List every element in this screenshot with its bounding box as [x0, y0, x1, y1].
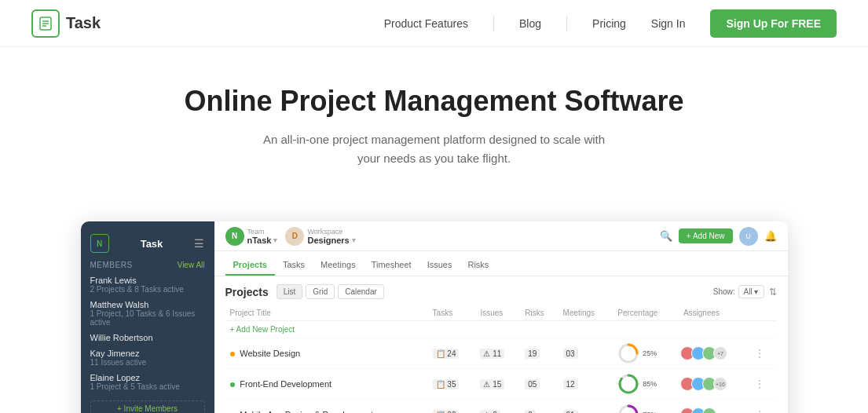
- add-project-label[interactable]: + Add New Project: [225, 321, 777, 338]
- member-name: Willie Robertson: [90, 333, 205, 342]
- task-count: 📋 24: [433, 349, 460, 359]
- row-menu-icon[interactable]: ⋮: [754, 378, 765, 390]
- issue-count: ⚠ 11: [480, 349, 504, 359]
- add-project-row[interactable]: + Add New Project: [225, 321, 777, 338]
- projects-header: Projects List Grid Calendar Show: All ▾ …: [225, 284, 777, 299]
- team-label: Team: [247, 228, 278, 236]
- member-name: Frank Lewis: [90, 276, 205, 285]
- view-list-button[interactable]: List: [277, 284, 303, 299]
- progress-ring: [617, 373, 639, 395]
- pct-text: 25%: [643, 349, 657, 357]
- project-name-cell[interactable]: Mobile App Design & Development: [225, 400, 428, 414]
- tab-projects[interactable]: Projects: [225, 255, 275, 276]
- meeting-count: 03: [563, 349, 578, 359]
- sort-icon[interactable]: ⇅: [769, 287, 777, 298]
- task-count: 📋 35: [433, 379, 460, 389]
- workspace-info: Workspace Designers ▾: [307, 228, 355, 245]
- search-icon[interactable]: 🔍: [660, 230, 672, 242]
- tab-issues[interactable]: Issues: [419, 255, 460, 276]
- workspace-selector[interactable]: D Workspace Designers ▾: [285, 227, 355, 246]
- actions-cell[interactable]: ⋮: [749, 400, 777, 414]
- view-all-link[interactable]: View All: [178, 261, 205, 269]
- table-row: Mobile App Design & Development 📋 30 ⚠ 0…: [225, 400, 777, 414]
- table-row: Website Design 📋 24 ⚠ 11 19 03: [225, 338, 777, 369]
- app-window: N Task ☰ MEMBERS View All Frank Lewis 2 …: [81, 221, 788, 413]
- app-sidebar: N Task ☰ MEMBERS View All Frank Lewis 2 …: [81, 221, 214, 413]
- view-grid-button[interactable]: Grid: [306, 284, 335, 299]
- table-row: Front-End Development 📋 35 ⚠ 15 05 12: [225, 369, 777, 400]
- tab-risks[interactable]: Risks: [460, 255, 496, 276]
- assignee-stack: [683, 408, 745, 413]
- avatar: [702, 408, 716, 413]
- team-name: nTask ▾: [247, 236, 278, 245]
- col-percentage: Percentage: [613, 305, 679, 321]
- tab-tasks[interactable]: Tasks: [275, 255, 313, 276]
- nav-cta-button[interactable]: Sign Up For FREE: [710, 9, 837, 38]
- col-assignees: Assignees: [679, 305, 749, 321]
- invite-members-button[interactable]: + Invite Members: [90, 400, 205, 413]
- nav-links: Product Features Blog Pricing Sign In Si…: [384, 9, 837, 38]
- member-item: Kay Jimenez 11 Issues active: [81, 345, 214, 370]
- project-name-cell[interactable]: Website Design: [225, 338, 428, 369]
- tab-timesheet[interactable]: Timesheet: [364, 255, 419, 276]
- assignees-cell: +7: [679, 338, 749, 369]
- add-new-button[interactable]: + Add New: [679, 228, 733, 243]
- projects-filter-row: Show: All ▾ ⇅: [713, 285, 777, 298]
- issues-cell: ⚠ 0: [475, 400, 520, 414]
- projects-title-row: Projects List Grid Calendar: [225, 284, 384, 299]
- navbar: Task Product Features Blog Pricing Sign …: [0, 0, 868, 47]
- tasks-cell: 📋 35: [428, 369, 476, 400]
- risk-count: 19: [525, 349, 540, 359]
- row-menu-icon[interactable]: ⋮: [754, 408, 765, 413]
- col-issues: Issues: [475, 305, 520, 321]
- nav-signin[interactable]: Sign In: [651, 17, 686, 30]
- col-project-title: Project Title: [225, 305, 428, 321]
- nav-pricing[interactable]: Pricing: [592, 17, 626, 30]
- meeting-count: 01: [563, 410, 578, 414]
- col-actions: [749, 305, 777, 321]
- progress-container: 25%: [617, 342, 674, 364]
- col-meetings: Meetings: [559, 305, 613, 321]
- app-tabs: Projects Tasks Meetings Timesheet Issues…: [214, 251, 788, 276]
- nav-blog[interactable]: Blog: [519, 17, 541, 30]
- team-selector[interactable]: N Team nTask ▾: [225, 227, 278, 246]
- view-buttons: List Grid Calendar: [277, 284, 384, 299]
- project-color-dot: [230, 352, 235, 356]
- tasks-cell: 📋 24: [428, 338, 476, 369]
- logo: Task: [31, 9, 101, 38]
- col-risks: Risks: [520, 305, 558, 321]
- chevron-down-icon-2: ▾: [352, 236, 356, 244]
- percentage-cell: 85%: [613, 369, 679, 400]
- progress-ring: [617, 342, 639, 364]
- progress-container: 85%: [617, 373, 674, 395]
- user-avatar[interactable]: U: [739, 227, 758, 246]
- tab-meetings[interactable]: Meetings: [313, 255, 364, 276]
- member-name: Matthew Walsh: [90, 300, 205, 309]
- actions-cell[interactable]: ⋮: [749, 369, 777, 400]
- member-name: Elaine Lopez: [90, 373, 205, 382]
- row-menu-icon[interactable]: ⋮: [754, 347, 765, 360]
- bell-icon[interactable]: 🔔: [764, 230, 777, 242]
- project-name-cell[interactable]: Front-End Development: [225, 369, 428, 400]
- more-assignees-badge: +16: [713, 377, 727, 391]
- member-info: 11 Issues active: [90, 358, 205, 367]
- show-value[interactable]: All ▾: [738, 285, 764, 298]
- member-name: Kay Jimenez: [90, 349, 205, 358]
- topbar-left: N Team nTask ▾ D Workspace Designers ▾: [225, 227, 356, 246]
- assignee-stack: +7: [683, 346, 745, 360]
- projects-area: Projects List Grid Calendar Show: All ▾ …: [214, 276, 788, 413]
- nav-divider-1: [493, 16, 494, 31]
- chevron-down-icon: ▾: [273, 236, 277, 244]
- tasks-cell: 📋 30: [428, 400, 476, 414]
- more-assignees-badge: +7: [713, 346, 727, 360]
- sidebar-title: Task: [141, 238, 163, 250]
- member-item: Willie Robertson: [81, 330, 214, 345]
- topbar-right: 🔍 + Add New U 🔔: [660, 227, 777, 246]
- nav-product-features[interactable]: Product Features: [384, 17, 468, 30]
- hamburger-icon[interactable]: ☰: [194, 237, 204, 250]
- actions-cell[interactable]: ⋮: [749, 338, 777, 369]
- projects-title: Projects: [225, 286, 269, 298]
- view-calendar-button[interactable]: Calendar: [338, 284, 384, 299]
- app-screenshot-wrapper: N Task ☰ MEMBERS View All Frank Lewis 2 …: [0, 221, 868, 413]
- percentage-cell: 70%: [613, 400, 679, 414]
